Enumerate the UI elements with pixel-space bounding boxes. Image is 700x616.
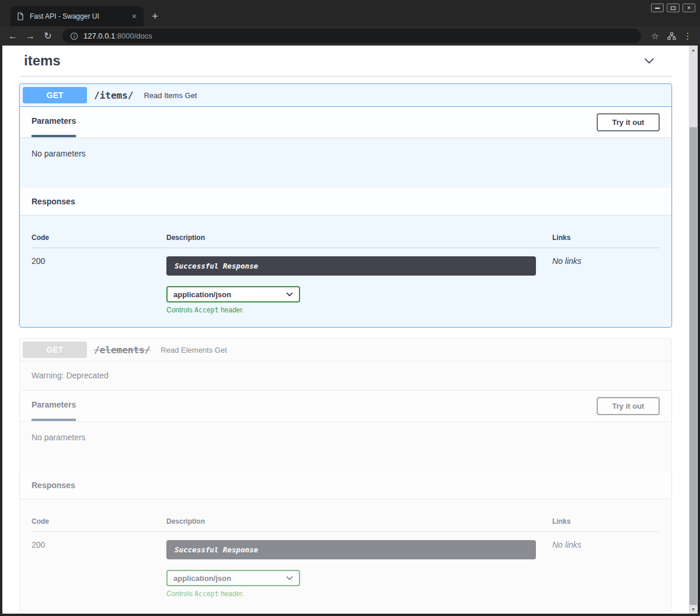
no-parameters-text: No parameters	[32, 149, 660, 158]
select-chevron-icon	[286, 292, 293, 297]
scrollbar-thumb[interactable]	[689, 127, 697, 605]
responses-table-head: Code Description Links	[32, 506, 660, 532]
operation-path: /items/	[87, 90, 144, 101]
responses-table: Code Description Links 200 Successful Re…	[20, 215, 671, 327]
tag-title: items	[24, 53, 61, 69]
accept-header-hint: Controls Accept header.	[166, 590, 552, 598]
responses-table-head: Code Description Links	[32, 222, 660, 248]
window-controls: ×	[651, 4, 695, 12]
response-row: 200 Successful Response application/json…	[32, 248, 660, 314]
url-path: :8000/docs	[115, 32, 152, 40]
responses-table: Code Description Links 200 Successful Re…	[20, 499, 671, 611]
bookmark-star-icon[interactable]: ☆	[648, 29, 662, 43]
media-type-select[interactable]: application/json	[166, 286, 300, 302]
parameters-header: Parameters Try it out	[20, 107, 671, 137]
method-badge: GET	[23, 342, 87, 358]
response-code: 200	[32, 256, 166, 314]
operation-summary-text: Read Items Get	[144, 91, 197, 100]
column-header-description: Description	[166, 234, 552, 242]
close-button[interactable]: ×	[682, 4, 695, 12]
browser-window: Fast API - Swagger UI × + × ← → ↻ 127.0.…	[0, 0, 700, 616]
response-row: 200 Successful Response application/json…	[32, 532, 660, 598]
responses-header: Responses	[20, 187, 671, 215]
column-header-code: Code	[32, 517, 166, 525]
column-header-code: Code	[32, 234, 166, 242]
parameters-title: Parameters	[32, 391, 76, 421]
select-chevron-icon	[286, 576, 293, 580]
scroll-down-icon[interactable]: ▼	[689, 605, 698, 614]
media-type-select[interactable]: application/json	[166, 570, 300, 586]
operation-summary-text: Read Elements Get	[161, 346, 227, 354]
browser-toolbar: ← → ↻ 127.0.0.1:8000/docs ☆ ⋮	[0, 26, 700, 46]
method-badge: GET	[23, 87, 87, 103]
maximize-icon	[671, 6, 675, 10]
response-links: No links	[552, 256, 660, 314]
media-type-value: application/json	[173, 290, 231, 299]
chevron-down-icon[interactable]	[643, 54, 656, 67]
page-icon	[16, 12, 25, 20]
minimize-icon	[655, 8, 660, 9]
browser-menu-icon[interactable]: ⋮	[681, 29, 695, 43]
response-code: 200	[32, 540, 166, 598]
opblock-get-elements-deprecated: GET /elements/ Read Elements Get Warning…	[19, 338, 672, 611]
operation-path: /elements/	[87, 344, 161, 356]
parameters-header: Parameters Try it out	[20, 391, 671, 421]
response-description-box: Successful Response	[166, 256, 536, 276]
parameters-body: No parameters	[20, 421, 671, 471]
new-tab-button[interactable]: +	[152, 11, 158, 22]
page-viewport: items GET /items/ Read Items Get	[2, 46, 698, 614]
tag-section-header[interactable]: items	[19, 48, 672, 76]
maximize-button[interactable]	[667, 4, 680, 12]
scroll-up-icon[interactable]: ▲	[689, 46, 698, 54]
opblock-get-items: GET /items/ Read Items Get Parameters Tr…	[19, 83, 672, 328]
response-description-box: Successful Response	[166, 540, 536, 559]
back-button[interactable]: ←	[5, 29, 20, 44]
url-host: 127.0.0.1	[83, 32, 115, 40]
parameters-body: No parameters	[20, 137, 671, 187]
column-header-description: Description	[166, 517, 552, 525]
try-it-out-button[interactable]: Try it out	[597, 397, 660, 415]
operation-summary[interactable]: GET /items/ Read Items Get	[20, 84, 671, 107]
reload-button[interactable]: ↻	[40, 29, 55, 44]
deprecated-warning: Warning: Deprecated	[20, 361, 671, 391]
tab-close-icon[interactable]: ×	[131, 12, 138, 20]
column-header-links: Links	[552, 234, 660, 242]
vertical-scrollbar[interactable]: ▲ ▼	[689, 46, 698, 614]
operation-summary[interactable]: GET /elements/ Read Elements Get	[20, 339, 671, 361]
response-links: No links	[552, 540, 660, 598]
column-header-links: Links	[552, 517, 660, 525]
sitemap-icon[interactable]	[664, 29, 678, 43]
tab-title: Fast API - Swagger UI	[30, 12, 126, 20]
titlebar: Fast API - Swagger UI × + ×	[0, 0, 700, 26]
responses-title: Responses	[32, 481, 75, 490]
browser-tab[interactable]: Fast API - Swagger UI ×	[11, 6, 144, 26]
parameters-title: Parameters	[32, 107, 76, 137]
minimize-button[interactable]	[651, 4, 664, 12]
try-it-out-button[interactable]: Try it out	[597, 113, 660, 131]
address-bar[interactable]: 127.0.0.1:8000/docs	[62, 29, 641, 43]
no-parameters-text: No parameters	[32, 433, 660, 442]
accept-header-hint: Controls Accept header.	[166, 306, 552, 314]
swagger-page: items GET /items/ Read Items Get	[2, 46, 689, 614]
forward-button[interactable]: →	[23, 29, 38, 44]
url-text: 127.0.0.1:8000/docs	[83, 32, 152, 40]
responses-header: Responses	[20, 471, 671, 499]
info-icon[interactable]	[70, 32, 78, 40]
media-type-value: application/json	[173, 574, 231, 583]
responses-title: Responses	[32, 197, 75, 206]
